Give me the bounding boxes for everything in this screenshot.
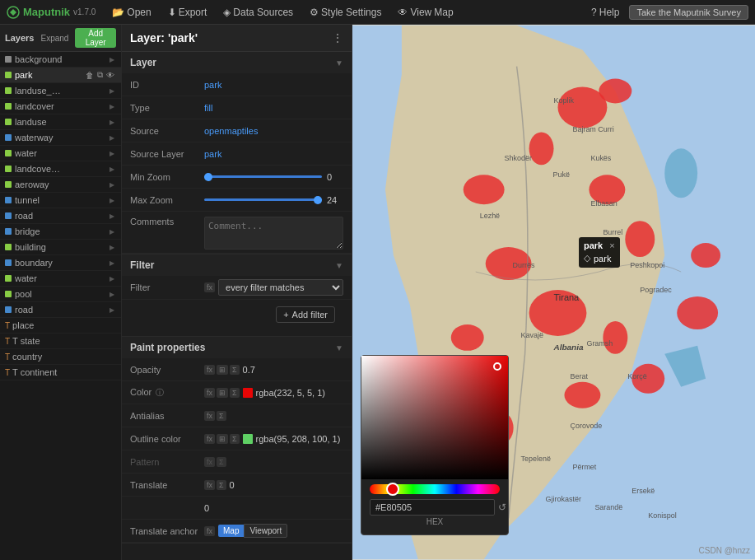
max-zoom-label: Max Zoom bbox=[130, 195, 204, 205]
expand-button[interactable]: Expand bbox=[37, 33, 72, 44]
translate-value: 0 bbox=[230, 480, 343, 490]
color-zoom-icon[interactable]: ⊞ bbox=[217, 388, 228, 398]
translate-prop-icon[interactable]: Σ bbox=[217, 480, 226, 490]
layer-item-bridge[interactable]: bridge▶ bbox=[0, 224, 121, 240]
outline-color-label: Outline color bbox=[130, 434, 204, 444]
map-anchor-button[interactable]: Map bbox=[218, 525, 244, 537]
outline-color-fx-icon[interactable]: fx bbox=[204, 434, 215, 444]
layer-name-waterway: waterway bbox=[15, 133, 63, 142]
layer-item-background[interactable]: background▶ bbox=[0, 52, 121, 68]
layer-item-boundary[interactable]: boundary▶ bbox=[0, 255, 121, 271]
tooltip-close-button[interactable]: × bbox=[609, 240, 614, 250]
field-translate2: 0 bbox=[122, 497, 352, 520]
outline-color-prop-icon[interactable]: Σ bbox=[230, 434, 240, 444]
svg-text:Sarandë: Sarandë bbox=[594, 503, 622, 511]
color-swatch[interactable] bbox=[243, 388, 253, 398]
max-zoom-slider[interactable] bbox=[204, 198, 322, 201]
layer-section-header[interactable]: Layer ▼ bbox=[122, 52, 352, 73]
layer-item-continent[interactable]: TT continent bbox=[0, 365, 121, 380]
svg-text:Albania: Albania bbox=[553, 343, 584, 352]
toggle-layer-park[interactable]: 👁 bbox=[105, 71, 116, 80]
pattern-prop-icon[interactable]: Σ bbox=[217, 457, 226, 467]
layer-item-landcover_sand[interactable]: landcover_sand▶ bbox=[0, 161, 121, 177]
comments-input[interactable] bbox=[204, 217, 343, 250]
color-hex-input[interactable] bbox=[370, 499, 495, 516]
layer-item-pool[interactable]: pool▶ bbox=[0, 287, 121, 302]
svg-point-3 bbox=[599, 79, 631, 104]
export-button[interactable]: ⬇ Export bbox=[161, 5, 214, 20]
fx-icon[interactable]: fx bbox=[204, 282, 215, 292]
field-source-layer: Source Layer park bbox=[122, 142, 352, 166]
layer-item-waterway[interactable]: waterway▶ bbox=[0, 130, 121, 146]
svg-text:Berat: Berat bbox=[570, 372, 588, 380]
antialias-prop-icon[interactable]: Σ bbox=[217, 411, 226, 421]
translate-anchor-fx-icon[interactable]: fx bbox=[204, 526, 215, 536]
svg-point-17 bbox=[691, 243, 720, 268]
duplicate-layer-park[interactable]: ⧉ bbox=[96, 70, 105, 80]
source-layer-label: Source Layer bbox=[130, 149, 204, 159]
min-zoom-slider[interactable] bbox=[204, 175, 322, 178]
paint-section-header[interactable]: Paint properties ▼ bbox=[122, 337, 352, 358]
layer-item-landuse_residential[interactable]: landuse_residential▶ bbox=[0, 83, 121, 99]
antialias-label: Antialias bbox=[130, 411, 204, 421]
filter-section-header[interactable]: Filter ▼ bbox=[122, 254, 352, 276]
layer-item-country[interactable]: Tcountry bbox=[0, 349, 121, 365]
svg-text:Çorovode: Çorovode bbox=[570, 422, 602, 430]
antialias-fx-icon[interactable]: fx bbox=[204, 411, 215, 421]
color-prop-icon[interactable]: Σ bbox=[230, 388, 240, 398]
svg-text:Pogradec: Pogradec bbox=[640, 286, 672, 294]
layer-item-tunnel[interactable]: tunnel▶ bbox=[0, 193, 121, 208]
layer-item-landuse[interactable]: landuse▶ bbox=[0, 114, 121, 130]
delete-layer-park[interactable]: 🗑 bbox=[84, 71, 96, 80]
id-value: park bbox=[204, 80, 343, 90]
layer-item-water2[interactable]: water▶ bbox=[0, 271, 121, 287]
filter-section-title: Filter bbox=[130, 259, 335, 271]
layer-name-state: T state bbox=[12, 336, 64, 346]
add-layer-button[interactable]: Add Layer bbox=[75, 28, 116, 48]
field-translate: Translate fx Σ 0 bbox=[122, 474, 352, 497]
layer-item-landcover[interactable]: landcover▶ bbox=[0, 99, 121, 114]
help-button[interactable]: ? Help bbox=[585, 5, 626, 20]
antialias-fx-icons: fx Σ bbox=[204, 411, 226, 421]
map-area[interactable]: Tirana Durrës Elbasan Lezhë Shkodër Kukë… bbox=[352, 25, 755, 560]
layer-item-water[interactable]: water▶ bbox=[0, 146, 121, 161]
svg-text:Kavajë: Kavajë bbox=[521, 331, 543, 339]
opacity-zoom-icon[interactable]: ⊞ bbox=[217, 365, 228, 375]
opacity-fx-icon[interactable]: fx bbox=[204, 365, 215, 375]
svg-text:Kukës: Kukës bbox=[590, 154, 611, 162]
source-layer-value: park bbox=[204, 149, 343, 159]
color-gradient[interactable] bbox=[361, 356, 508, 479]
color-info-icon[interactable]: ⓘ bbox=[156, 388, 164, 397]
layer-item-building[interactable]: building▶ bbox=[0, 240, 121, 255]
hue-bar[interactable] bbox=[370, 484, 500, 494]
datasources-button[interactable]: ◈ Data Sources bbox=[217, 5, 300, 20]
style-settings-button[interactable]: ⚙ Style Settings bbox=[303, 5, 388, 20]
layer-name-country: country bbox=[12, 352, 64, 362]
layer-item-place[interactable]: Tplace bbox=[0, 318, 121, 334]
layer-name-landuse: landuse bbox=[15, 117, 63, 127]
view-button[interactable]: 👁 View Map bbox=[391, 5, 459, 20]
open-button[interactable]: 📂 Open bbox=[105, 5, 157, 20]
survey-button[interactable]: Take the Maputnik Survey bbox=[629, 5, 748, 20]
opacity-prop-icon[interactable]: Σ bbox=[230, 365, 240, 375]
translate-fx-icons: fx Σ bbox=[204, 480, 226, 490]
translate-fx-icon[interactable]: fx bbox=[204, 480, 215, 490]
outline-color-zoom-icon[interactable]: ⊞ bbox=[217, 434, 228, 444]
filter-select[interactable]: every filter matches bbox=[218, 279, 343, 296]
hue-thumb[interactable] bbox=[386, 483, 399, 496]
pattern-fx-icon[interactable]: fx bbox=[204, 457, 215, 467]
layer-name-landuse_residential: landuse_residential bbox=[15, 86, 63, 96]
layer-item-road[interactable]: road▶ bbox=[0, 208, 121, 224]
layer-item-road2[interactable]: road▶ bbox=[0, 302, 121, 318]
viewport-anchor-button[interactable]: Viewport bbox=[244, 524, 287, 538]
outline-color-swatch[interactable] bbox=[243, 434, 253, 444]
color-refresh-button[interactable]: ↺ bbox=[498, 502, 506, 513]
color-fx-icon[interactable]: fx bbox=[204, 388, 215, 398]
layer-item-state[interactable]: TT state bbox=[0, 334, 121, 349]
layer-item-park[interactable]: park🗑⧉👁 bbox=[0, 68, 121, 83]
panel-menu-button[interactable]: ⋮ bbox=[332, 31, 343, 44]
layer-item-aeroway[interactable]: aeroway▶ bbox=[0, 177, 121, 193]
properties-panel: Layer: 'park' ⋮ Layer ▼ ID park Type fil… bbox=[122, 25, 352, 560]
add-filter-button[interactable]: + Add filter bbox=[276, 306, 335, 323]
field-min-zoom: Min Zoom 0 bbox=[122, 166, 352, 189]
